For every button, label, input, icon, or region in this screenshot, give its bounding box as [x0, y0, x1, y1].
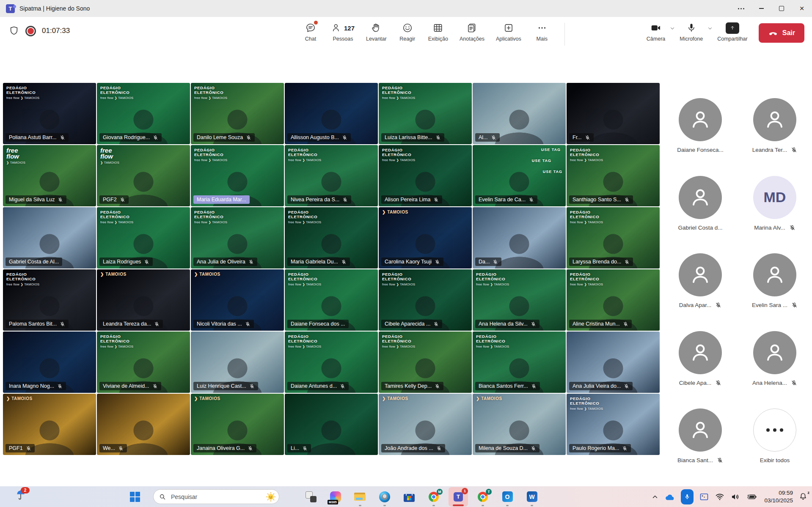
- taskbar-app-store[interactable]: [399, 487, 419, 507]
- video-tile[interactable]: PEDÁGIOELETRÔNICOfree flow ❯ TAMOIOS Niv…: [285, 145, 378, 206]
- video-tile[interactable]: PEDÁGIOELETRÔNICOfree flow ❯ TAMOIOS Dai…: [285, 332, 378, 393]
- sidebar-participant[interactable]: Gabriel Costa d...: [678, 176, 722, 246]
- video-tile[interactable]: PEDÁGIOELETRÔNICOfree flow ❯ TAMOIOS Mar…: [285, 207, 378, 269]
- video-tile[interactable]: PEDÁGIOELETRÔNICOfree flow ❯ TAMOIOS Bia…: [473, 332, 566, 393]
- taskbar-clock[interactable]: 09:59 03/10/2025: [764, 489, 793, 504]
- person-icon: [688, 417, 713, 443]
- sidebar-participant[interactable]: Bianca Sant...: [677, 408, 723, 479]
- close-button[interactable]: ×: [792, 0, 812, 17]
- start-button[interactable]: [130, 492, 140, 502]
- minimize-button[interactable]: [751, 0, 771, 17]
- video-tile[interactable]: Ana Julia Vieira do...: [567, 332, 660, 393]
- camera-options-chevron[interactable]: [669, 25, 675, 33]
- tray-chevron-up-icon[interactable]: [651, 493, 659, 501]
- taskbar-app-explorer[interactable]: [350, 487, 370, 507]
- show-all-button[interactable]: Exibir todos: [753, 408, 796, 479]
- apps-button[interactable]: Aplicativos: [496, 22, 521, 42]
- video-tile[interactable]: PEDÁGIOELETRÔNICOfree flow ❯ TAMOIOS Pau…: [567, 394, 660, 455]
- video-tile[interactable]: PEDÁGIOELETRÔNICOfree flow ❯ TAMOIOS Ana…: [473, 269, 566, 331]
- video-tile[interactable]: PEDÁGIOELETRÔNICOfree flow ❯ TAMOIOS Cib…: [379, 269, 472, 331]
- brand-overlay: ❯ TAMOIOS: [382, 210, 469, 256]
- camera-button[interactable]: Câmera: [647, 22, 665, 42]
- video-tile[interactable]: PEDÁGIOELETRÔNICOfree flow ❯ TAMOIOS Lar…: [567, 207, 660, 269]
- people-button[interactable]: 127 Pessoas: [331, 22, 355, 42]
- onedrive-icon[interactable]: [664, 493, 675, 501]
- video-tile[interactable]: PEDÁGIOELETRÔNICOfree flow ❯ TAMOIOS Pol…: [3, 83, 96, 144]
- active-microphone-tray-icon[interactable]: [681, 489, 694, 504]
- maximize-button[interactable]: [771, 0, 792, 17]
- video-tile[interactable]: freeflow❯ TAMOIOS Miguel da Silva Luz: [3, 145, 96, 206]
- video-tile[interactable]: PEDÁGIOELETRÔNICOfree flow ❯ TAMOIOS Pal…: [3, 269, 96, 331]
- umbrella-tray-icon[interactable]: 2: [15, 489, 28, 504]
- sidebar-participant[interactable]: Cibele Apa...: [679, 331, 722, 401]
- video-tile[interactable]: Fr...: [567, 83, 660, 144]
- chat-button[interactable]: Chat: [301, 22, 320, 42]
- annotations-button[interactable]: Anotações: [460, 22, 484, 42]
- video-tile[interactable]: ❯ TAMOIOS PGF1: [3, 394, 96, 455]
- sidebar-participant[interactable]: MD Marina Alv...: [753, 176, 796, 246]
- video-tile[interactable]: Inara Magno Nog...: [3, 332, 96, 393]
- video-tile[interactable]: PEDÁGIOELETRÔNICOfree flow ❯ TAMOIOS Viv…: [97, 332, 190, 393]
- taskbar-app-edge[interactable]: [375, 487, 394, 507]
- microphone-options-chevron[interactable]: [707, 25, 713, 33]
- video-tile[interactable]: PEDÁGIOELETRÔNICOfree flow ❯ TAMOIOS San…: [567, 145, 660, 206]
- video-tile[interactable]: ❯ TAMOIOS Carolina Kaory Tsuji: [379, 207, 472, 269]
- taskbar-app-copilot[interactable]: M365: [326, 487, 345, 507]
- video-tile[interactable]: USE TAGUSE TAGUSE TAG Evelin Sara de Ca.…: [473, 145, 566, 206]
- video-tile[interactable]: ❯ TAMOIOS João Andrade dos ...: [379, 394, 472, 455]
- video-tile[interactable]: PEDÁGIOELETRÔNICOfree flow ❯ TAMOIOS Tam…: [379, 332, 472, 393]
- search-input[interactable]: [170, 493, 265, 501]
- sidebar-participant[interactable]: Dalva Apar...: [679, 253, 722, 323]
- participant-name: Inara Magno Nog...: [9, 383, 54, 389]
- video-tile[interactable]: Luiz Henrique Cast...: [191, 332, 284, 393]
- view-button[interactable]: Exibição: [428, 22, 448, 42]
- video-tile[interactable]: ❯ TAMOIOS Milena de Souza D...: [473, 394, 566, 455]
- wifi-icon[interactable]: [715, 492, 725, 502]
- video-tile[interactable]: freeflow❯ TAMOIOS PGF2: [97, 145, 190, 206]
- react-button[interactable]: Reagir: [398, 22, 417, 42]
- leave-button[interactable]: Sair: [759, 23, 804, 43]
- video-tile[interactable]: ❯ TAMOIOS Janaina Oliveira G...: [191, 394, 284, 455]
- speaker-icon[interactable]: [730, 492, 740, 502]
- titlebar-more-button[interactable]: [731, 0, 751, 17]
- sidebar-participant[interactable]: Daiane Fonseca...: [677, 98, 724, 168]
- notification-bell-icon[interactable]: z: [798, 491, 809, 502]
- taskbar-app-chrome-t[interactable]: T: [473, 487, 493, 507]
- video-tile[interactable]: Al...: [473, 83, 566, 144]
- more-button[interactable]: Mais: [533, 22, 551, 42]
- mic-off-icon: [715, 302, 721, 308]
- sidebar-participant[interactable]: Leandra Ter...: [752, 98, 797, 168]
- meeting-toolbar: 01:07:33 Chat 127 Pessoas: [0, 17, 812, 51]
- taskbar-app-teams[interactable]: T1: [449, 487, 468, 507]
- sidebar-participant[interactable]: Evelin Sara ...: [752, 253, 798, 323]
- taskbar-search[interactable]: [153, 489, 279, 504]
- video-tile[interactable]: PEDÁGIOELETRÔNICOfree flow ❯ TAMOIOS Lai…: [97, 207, 190, 269]
- video-tile[interactable]: PEDÁGIOELETRÔNICOfree flow ❯ TAMOIOS Dai…: [285, 269, 378, 331]
- video-tile[interactable]: PEDÁGIOELETRÔNICOfree flow ❯ TAMOIOS Gio…: [97, 83, 190, 144]
- video-tile[interactable]: ❯ TAMOIOS Leandra Tereza da...: [97, 269, 190, 331]
- raise-hand-button[interactable]: Levantar: [366, 22, 387, 42]
- video-tile[interactable]: PEDÁGIOELETRÔNICOfree flow ❯ TAMOIOS Mar…: [191, 145, 284, 206]
- taskbar-app-chrome-m[interactable]: M: [424, 487, 443, 507]
- video-tile[interactable]: PEDÁGIOELETRÔNICOfree flow ❯ TAMOIOS Ana…: [191, 207, 284, 269]
- video-tile[interactable]: Da...: [473, 207, 566, 269]
- video-tile[interactable]: Allisson Augusto B...: [285, 83, 378, 144]
- snip-sketch-icon[interactable]: [699, 493, 709, 501]
- video-tile[interactable]: PEDÁGIOELETRÔNICOfree flow ❯ TAMOIOS Ali…: [567, 269, 660, 331]
- sidebar-participant[interactable]: Ana Helena...: [752, 331, 797, 401]
- battery-charging-icon[interactable]: [746, 492, 757, 502]
- video-tile[interactable]: We...: [97, 394, 190, 455]
- taskbar-app-outlook[interactable]: O: [498, 487, 517, 507]
- taskbar-app-word[interactable]: W: [522, 487, 542, 507]
- ellipsis-icon: [753, 408, 796, 452]
- taskbar-app-taskview[interactable]: [301, 487, 321, 507]
- microphone-button[interactable]: Microfone: [680, 22, 703, 42]
- video-tile[interactable]: PEDÁGIOELETRÔNICOfree flow ❯ TAMOIOS Dan…: [191, 83, 284, 144]
- name-pill: Daiane Antunes d...: [287, 382, 349, 390]
- video-tile[interactable]: Li...: [285, 394, 378, 455]
- video-tile[interactable]: PEDÁGIOELETRÔNICOfree flow ❯ TAMOIOS Ali…: [379, 145, 472, 206]
- share-button[interactable]: Compartilhar: [717, 22, 748, 42]
- video-tile[interactable]: ❯ TAMOIOS Nicoli Vitoria das ...: [191, 269, 284, 331]
- video-tile[interactable]: PEDÁGIOELETRÔNICOfree flow ❯ TAMOIOS Lui…: [379, 83, 472, 144]
- video-tile[interactable]: Gabriel Costa de Al...: [3, 207, 96, 269]
